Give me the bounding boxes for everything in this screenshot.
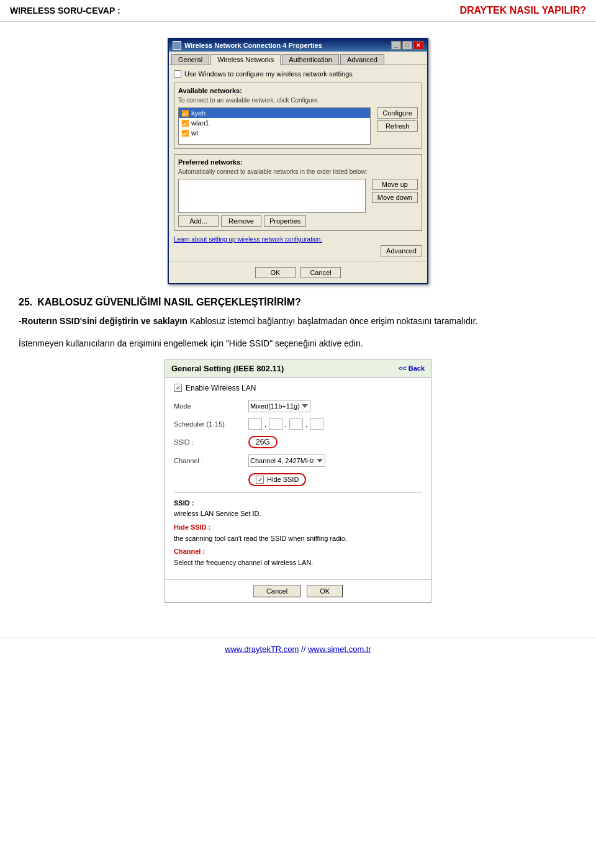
win-properties-button[interactable]: Properties [264, 215, 306, 227]
win-refresh-button[interactable]: Refresh [377, 120, 418, 132]
router-body: Enable Wireless LAN Mode Mixed(11b+11g) … [165, 377, 431, 575]
win-configure-button[interactable]: Configure [377, 107, 418, 119]
win-available-row: 📶 kyeh 📶 wlan1 📶 wt [178, 107, 418, 145]
win-network-name-wlan1: wlan1 [191, 119, 209, 127]
router-hide-ssid-checkbox[interactable] [256, 476, 264, 484]
router-scheduler-input-3[interactable] [289, 418, 303, 430]
win-move-up-button[interactable]: Move up [372, 179, 418, 190]
win-move-down-button[interactable]: Move down [372, 192, 418, 203]
body-text1-bold: -Routerın SSID'sini değiştirin ve saklay… [19, 316, 187, 326]
win-advanced-button[interactable]: Advanced [381, 245, 422, 256]
win-titlebar-buttons[interactable]: _ □ ✕ [391, 41, 423, 50]
router-ssid-value[interactable]: 26G [248, 436, 278, 448]
channel-info-title: Channel : [174, 548, 205, 555]
tab-advanced[interactable]: Advanced [340, 54, 384, 65]
win-preferred-bottom-buttons: Add... Remove Properties [178, 215, 418, 227]
page-content: Wireless Network Connection 4 Properties… [0, 22, 596, 625]
router-scheduler-input-2[interactable] [269, 418, 282, 430]
win-available-title: Available networks: [178, 87, 418, 94]
win-available-list[interactable]: 📶 kyeh 📶 wlan1 📶 wt [178, 107, 371, 145]
router-enable-checkbox[interactable] [174, 384, 182, 392]
body-paragraph-1: -Routerın SSID'sini değiştirin ve saklay… [19, 314, 577, 328]
win-learn-text: Learn about setting up wireless network … [174, 236, 322, 243]
section-number: 25. [19, 297, 32, 308]
router-title-bar: General Setting (IEEE 802.11) << Back [165, 360, 431, 377]
win-available-desc: To connect to an available network, clic… [178, 97, 418, 104]
win-footer: OK Cancel [169, 261, 427, 283]
win-advanced-row: Advanced [174, 245, 422, 256]
page-footer: www.draytekTR.com // www.simet.com.tr [0, 638, 596, 660]
win-preferred-desc: Automatically connect to available netwo… [178, 168, 418, 175]
router-dialog-container: General Setting (IEEE 802.11) << Back En… [19, 359, 577, 604]
router-channel-select[interactable]: Channel 4, 2427MHz [248, 454, 325, 467]
section25-heading: 25. KABLOSUZ GÜVENLİĞİMİ NASIL GERÇEKLEŞ… [19, 297, 577, 308]
router-info-hide-ssid-desc: the scanning tool can't read the SSID wh… [174, 533, 422, 545]
win-available-buttons: Configure Refresh [377, 107, 418, 145]
win-remove-button[interactable]: Remove [221, 215, 261, 227]
router-ok-button[interactable]: OK [307, 585, 343, 597]
router-hide-ssid-group: Hide SSID [248, 473, 306, 486]
win-cancel-button[interactable]: Cancel [300, 267, 341, 278]
win-close-button[interactable]: ✕ [413, 41, 423, 50]
router-info-channel-title: Channel : [174, 546, 422, 558]
router-ssid-label: SSID : [174, 438, 248, 446]
router-dialog-title: General Setting (IEEE 802.11) [171, 364, 284, 373]
win-dialog-container: Wireless Network Connection 4 Properties… [19, 38, 577, 284]
router-footer: Cancel OK [165, 579, 431, 602]
scheduler-comma-3: , [305, 420, 307, 428]
router-scheduler-inputs: , , , [248, 418, 323, 430]
footer-left-link[interactable]: www.draytekTR.com [225, 644, 299, 654]
ssid-info-title: SSID : [174, 499, 194, 507]
router-info-ssid-title: SSID : [174, 498, 422, 509]
win-ok-button[interactable]: OK [255, 267, 296, 278]
win-dialog: Wireless Network Connection 4 Properties… [168, 38, 428, 284]
router-back-link[interactable]: << Back [399, 364, 425, 372]
tab-authentication[interactable]: Authentication [282, 54, 339, 65]
footer-right-link[interactable]: www.simet.com.tr [308, 644, 371, 654]
router-info-section: SSID : wireless LAN Service Set ID. Hide… [174, 492, 422, 569]
page-header: WIRELESS SORU-CEVAP : DRAYTEK NASIL YAPI… [0, 0, 596, 22]
win-network-item-wt[interactable]: 📶 wt [179, 128, 370, 138]
scheduler-comma-2: , [285, 420, 287, 428]
win-learn-link[interactable]: Learn about setting up wireless network … [174, 236, 422, 243]
scheduler-comma-1: , [264, 420, 266, 428]
tab-wireless-networks[interactable]: Wireless Networks [210, 54, 281, 65]
router-mode-select[interactable]: Mixed(11b+11g) [248, 400, 310, 412]
win-preferred-side-buttons: Move up Move down [372, 179, 418, 213]
router-enable-row: Enable Wireless LAN [174, 384, 422, 392]
win-maximize-button[interactable]: □ [402, 41, 412, 50]
footer-separator: // [301, 644, 305, 654]
router-hide-ssid-row: Hide SSID [174, 473, 422, 486]
router-hide-ssid-label: Hide SSID [267, 476, 299, 483]
router-cancel-button[interactable]: Cancel [253, 585, 300, 597]
router-mode-row: Mode Mixed(11b+11g) [174, 400, 422, 412]
win-network-item-wlan1[interactable]: 📶 wlan1 [179, 118, 370, 128]
win-network-item-kyeh[interactable]: 📶 kyeh [179, 108, 370, 118]
header-left-title: WIRELESS SORU-CEVAP : [10, 6, 120, 16]
win-available-section: Available networks: To connect to an ava… [174, 83, 422, 149]
router-info-channel-desc: Select the frequency channel of wireless… [174, 558, 422, 569]
body-text1-rest: Kablosuz istemci bağlantıyı başlatmadan … [190, 316, 478, 326]
router-enable-label: Enable Wireless LAN [186, 384, 256, 392]
win-titlebar-icon [173, 41, 181, 50]
win-minimize-button[interactable]: _ [391, 41, 401, 50]
win-titlebar: Wireless Network Connection 4 Properties… [169, 39, 427, 52]
router-scheduler-input-4[interactable] [310, 418, 323, 430]
win-add-button[interactable]: Add... [178, 215, 219, 227]
network-icon-wt: 📶 [181, 130, 189, 137]
hide-ssid-info-title: Hide SSID : [174, 523, 210, 531]
win-body: Use Windows to configure my wireless net… [169, 65, 427, 261]
win-tabs: General Wireless Networks Authentication… [169, 52, 427, 65]
win-checkbox-row: Use Windows to configure my wireless net… [174, 70, 422, 78]
router-scheduler-row: Scheduler (1-15) , , , [174, 418, 422, 430]
win-preferred-title: Preferred networks: [178, 158, 418, 166]
tab-general[interactable]: General [171, 54, 209, 65]
win-preferred-list[interactable] [178, 179, 366, 213]
router-scheduler-input-1[interactable] [248, 418, 262, 430]
router-channel-label: Channel : [174, 457, 248, 464]
win-dialog-title: Wireless Network Connection 4 Properties [184, 42, 322, 49]
win-titlebar-left: Wireless Network Connection 4 Properties [173, 41, 322, 50]
section-heading: KABLOSUZ GÜVENLİĞİMİ NASIL GERÇEKLEŞTİRİ… [37, 297, 301, 308]
win-configure-checkbox[interactable] [174, 70, 181, 78]
router-channel-row: Channel : Channel 4, 2427MHz [174, 454, 422, 467]
